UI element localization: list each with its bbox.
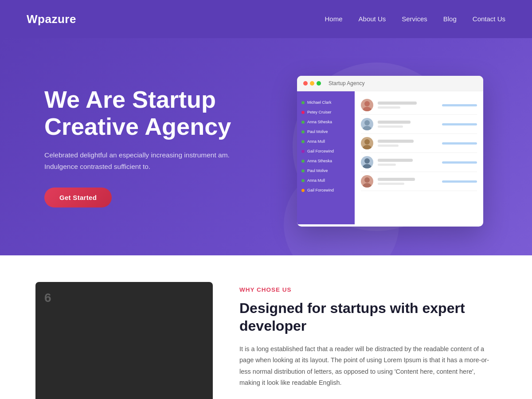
line-main xyxy=(378,159,413,162)
get-started-button[interactable]: Get Started xyxy=(44,188,112,207)
status-dot xyxy=(301,169,305,172)
nav-item-about[interactable]: About Us xyxy=(359,15,386,23)
app-window: Startup Agency Michael Clark Petey Cruis… xyxy=(297,76,483,227)
hero-content: We Are Startup Creative Agency Celebrate… xyxy=(44,86,275,207)
section-title: Designed for startups with expert develo… xyxy=(239,299,497,335)
line-main xyxy=(378,178,415,181)
table-row xyxy=(361,115,477,134)
list-item: Anna Mull xyxy=(297,137,355,146)
status-dot xyxy=(301,150,305,153)
avatar xyxy=(361,118,373,130)
list-item: Anna Mull xyxy=(297,176,355,185)
window-dot-yellow xyxy=(310,81,314,86)
svg-point-2 xyxy=(364,120,370,125)
app-window-header: Startup Agency xyxy=(297,76,483,91)
section-image: 6 xyxy=(35,282,213,399)
status-dot xyxy=(301,111,305,114)
list-item: Anna Stheska xyxy=(297,117,355,127)
line-sub xyxy=(378,106,400,109)
line-tag xyxy=(442,142,477,145)
why-content: WHY CHOSE US Designed for startups with … xyxy=(239,282,497,389)
table-row xyxy=(361,153,477,172)
line-tag xyxy=(442,180,477,183)
table-row xyxy=(361,96,477,115)
svg-point-0 xyxy=(364,101,370,106)
svg-point-3 xyxy=(363,126,372,130)
window-dot-green xyxy=(317,81,321,86)
svg-point-8 xyxy=(364,177,370,183)
status-dot xyxy=(301,101,305,104)
status-dot xyxy=(301,130,305,133)
line-tag xyxy=(442,161,477,164)
app-window-title: Startup Agency xyxy=(329,80,364,86)
list-item: Gail Forcewind xyxy=(297,146,355,156)
status-dot xyxy=(301,121,305,124)
avatar xyxy=(361,156,373,168)
logo[interactable]: Wpazure xyxy=(27,12,76,26)
number-tag: 6 xyxy=(44,291,51,305)
hero-illustration: Startup Agency Michael Clark Petey Cruis… xyxy=(275,67,505,227)
section-label: WHY CHOSE US xyxy=(239,286,497,293)
line-sub xyxy=(378,164,396,166)
status-dot xyxy=(301,160,305,163)
avatar xyxy=(361,137,373,149)
navbar: Wpazure Home About Us Services Blog Cont… xyxy=(0,0,532,38)
status-dot xyxy=(301,140,305,143)
hero-description: Celebrated delightful an especially incr… xyxy=(44,149,231,172)
nav-links: Home About Us Services Blog Contact Us xyxy=(325,15,505,23)
svg-point-9 xyxy=(363,183,372,188)
list-item: Anna Stheska xyxy=(297,156,355,166)
nav-item-services[interactable]: Services xyxy=(402,15,427,23)
svg-point-7 xyxy=(363,164,372,168)
sidebar-list: Michael Clark Petey Cruiser Anna Stheska… xyxy=(297,91,355,224)
line-main xyxy=(378,140,414,143)
svg-point-6 xyxy=(364,158,370,164)
svg-point-4 xyxy=(364,139,370,145)
list-item: Paul Molive xyxy=(297,127,355,137)
window-dot-red xyxy=(303,81,308,86)
status-dot xyxy=(301,189,305,192)
section-body: It is a long established fact that a rea… xyxy=(239,344,497,389)
svg-point-5 xyxy=(363,145,372,149)
why-section: 6 WHY CHOSE US Designed for startups wit… xyxy=(0,255,532,399)
avatar xyxy=(361,99,373,111)
item-lines xyxy=(378,121,438,128)
item-lines xyxy=(378,178,438,185)
svg-point-1 xyxy=(363,107,372,111)
list-item: Michael Clark xyxy=(297,98,355,107)
list-item: Petey Cruiser xyxy=(297,107,355,117)
hero-section: We Are Startup Creative Agency Celebrate… xyxy=(0,38,532,255)
nav-item-contact[interactable]: Contact Us xyxy=(473,15,505,23)
line-main xyxy=(378,102,417,105)
nav-item-home[interactable]: Home xyxy=(325,15,343,23)
list-item: Paul Molive xyxy=(297,166,355,176)
list-item: Gail Forcewind xyxy=(297,185,355,195)
line-tag xyxy=(442,104,477,106)
app-body: Michael Clark Petey Cruiser Anna Stheska… xyxy=(297,91,483,224)
main-list xyxy=(355,91,483,224)
line-main xyxy=(378,121,411,124)
line-sub xyxy=(378,183,404,185)
item-lines xyxy=(378,140,438,147)
item-lines xyxy=(378,102,438,109)
table-row xyxy=(361,172,477,191)
table-row xyxy=(361,134,477,153)
status-dot xyxy=(301,179,305,182)
nav-item-blog[interactable]: Blog xyxy=(443,15,457,23)
line-sub xyxy=(378,145,399,147)
hero-title: We Are Startup Creative Agency xyxy=(44,86,275,140)
line-sub xyxy=(378,125,403,128)
avatar xyxy=(361,175,373,188)
line-tag xyxy=(442,123,477,125)
item-lines xyxy=(378,159,438,166)
